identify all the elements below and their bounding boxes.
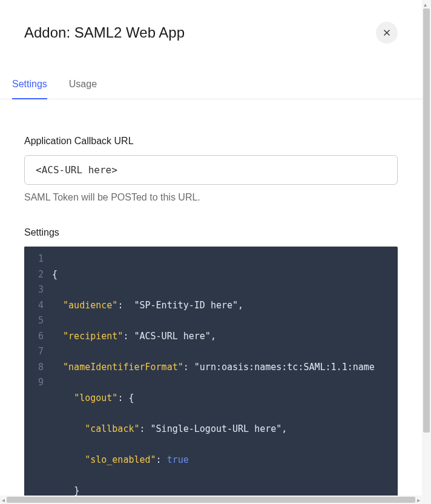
code-gutter: 1 2 3 4 5 6 7 8 9 bbox=[24, 247, 50, 496]
tab-usage[interactable]: Usage bbox=[69, 70, 97, 99]
page-vertical-scroll-thumb[interactable] bbox=[423, 8, 430, 433]
callback-url-input[interactable] bbox=[24, 155, 398, 185]
page-horizontal-scrollbar[interactable]: ◂ ▸ bbox=[0, 496, 422, 504]
scroll-up-arrow-icon[interactable]: ▴ bbox=[424, 1, 427, 8]
settings-editor-label: Settings bbox=[24, 227, 398, 238]
callback-url-helper: SAML Token will be POSTed to this URL. bbox=[24, 192, 398, 203]
close-button[interactable] bbox=[376, 22, 398, 44]
tabs: Settings Usage bbox=[0, 70, 422, 99]
tab-settings[interactable]: Settings bbox=[12, 70, 47, 99]
page-vertical-scrollbar[interactable]: ▴ bbox=[422, 0, 431, 496]
scrollbar-corner bbox=[422, 496, 431, 504]
close-icon bbox=[383, 28, 391, 37]
scroll-left-arrow-icon[interactable]: ◂ bbox=[0, 497, 7, 503]
settings-code-editor[interactable]: 1 2 3 4 5 6 7 8 9 { "audience": "SP-Enti… bbox=[24, 247, 398, 496]
scroll-right-arrow-icon[interactable]: ▸ bbox=[415, 497, 422, 503]
callback-url-label: Application Callback URL bbox=[24, 136, 398, 147]
page-horizontal-scroll-thumb[interactable] bbox=[7, 497, 415, 503]
modal-title: Addon: SAML2 Web App bbox=[24, 24, 185, 41]
code-content[interactable]: { "audience": "SP-Entity-ID here", "reci… bbox=[50, 247, 375, 496]
